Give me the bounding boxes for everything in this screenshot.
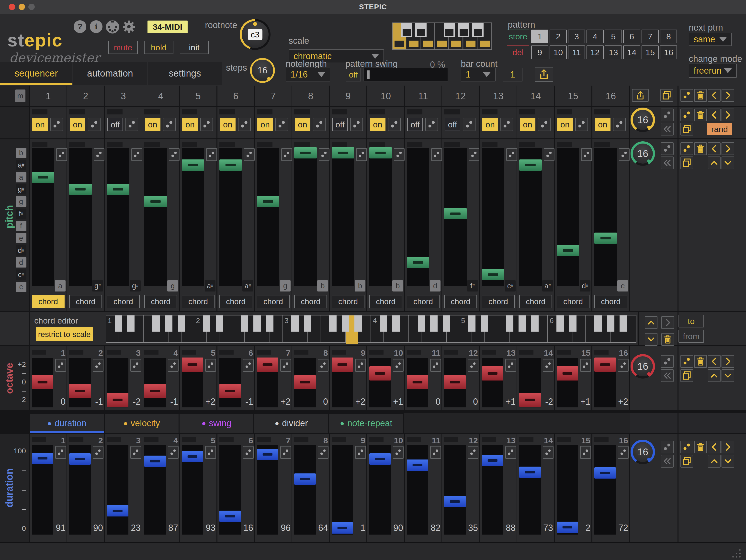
dice-icon[interactable] [469, 148, 479, 161]
black-key[interactable] [304, 316, 311, 332]
randomize-all-button[interactable] [681, 89, 693, 102]
pattern-cell-13[interactable]: 13 [605, 46, 622, 59]
pitch-ladder-gs[interactable]: g# [16, 184, 26, 195]
swing-toggle-button[interactable]: off [346, 68, 361, 82]
gate-shift-right-button[interactable] [721, 109, 734, 121]
duration-slider-track[interactable] [294, 445, 316, 535]
duration-slider-track[interactable] [594, 445, 616, 535]
chord-copy-from-button[interactable]: from [679, 330, 704, 343]
clear-all-button[interactable] [694, 89, 707, 102]
dice-icon[interactable] [206, 148, 217, 161]
duration-clear-button[interactable] [694, 441, 707, 453]
dice-icon[interactable] [356, 148, 367, 161]
black-key[interactable] [620, 316, 627, 332]
chord-button[interactable]: chord [407, 295, 439, 308]
dice-icon[interactable] [55, 446, 66, 459]
pitch-slider-track[interactable] [69, 148, 92, 286]
next-pattern-dropdown[interactable]: same [689, 33, 732, 46]
mute-button[interactable]: mute [108, 41, 138, 54]
pitch-slider-handle[interactable] [369, 147, 392, 158]
dice-icon[interactable] [500, 118, 513, 131]
pattern-cell-7[interactable]: 7 [641, 30, 659, 43]
octave-slider-handle[interactable] [144, 384, 166, 398]
swing-slider[interactable] [364, 68, 448, 82]
pitch-slider-track[interactable] [32, 148, 54, 286]
scale-note-toggle[interactable] [466, 40, 476, 47]
dice-icon[interactable] [430, 359, 441, 372]
black-key[interactable] [216, 316, 223, 332]
pitch-slider-handle[interactable] [107, 184, 130, 195]
pattern-cell-6[interactable]: 6 [623, 30, 640, 43]
pitch-slider-track[interactable] [482, 148, 504, 286]
duration-shift-right-button[interactable] [721, 441, 734, 453]
octave-slider-track[interactable] [69, 358, 91, 407]
pitch-ladder-b[interactable]: b [16, 148, 26, 158]
gate-on-button[interactable]: on [220, 118, 235, 131]
gate-shift-left-button[interactable] [708, 109, 721, 121]
black-key[interactable] [607, 316, 614, 332]
duration-shift-down-button[interactable] [721, 455, 734, 468]
dice-icon[interactable] [580, 446, 591, 459]
dice-icon[interactable] [131, 148, 142, 161]
black-key[interactable] [531, 316, 539, 332]
pitch-ladder-f[interactable]: f [16, 221, 26, 231]
dice-icon[interactable] [505, 359, 516, 372]
octave-slider-handle[interactable] [182, 357, 203, 372]
pitch-ladder-c[interactable]: c [16, 282, 26, 292]
duration-slider-handle[interactable] [257, 449, 278, 460]
dice-icon[interactable] [355, 359, 366, 372]
octave-shift-up-button[interactable] [708, 369, 721, 382]
gate-on-button[interactable]: on [520, 118, 536, 131]
gate-on-button[interactable]: on [32, 118, 48, 131]
gate-copy-button[interactable] [681, 123, 693, 136]
dice-icon[interactable] [468, 446, 479, 459]
pitch-shift-up-button[interactable] [708, 156, 721, 169]
octave-slider-handle[interactable] [482, 366, 504, 381]
dice-icon[interactable] [538, 118, 551, 131]
black-key[interactable] [430, 316, 437, 332]
duration-slider-handle[interactable] [594, 467, 616, 478]
octave-shift-right-button[interactable] [721, 355, 734, 368]
duration-slider-handle[interactable] [407, 460, 428, 471]
dice-icon[interactable] [543, 359, 553, 372]
pitch-copy-button[interactable] [681, 156, 693, 169]
scale-note-toggle[interactable] [480, 40, 490, 47]
tab-sequencer[interactable]: sequencer [0, 62, 73, 85]
dice-icon[interactable] [313, 118, 325, 131]
dice-icon[interactable] [243, 446, 254, 459]
scale-black-toggle[interactable] [474, 29, 482, 36]
dice-icon[interactable] [350, 118, 363, 131]
dice-icon[interactable] [243, 359, 254, 372]
pitch-slider-handle[interactable] [332, 147, 354, 158]
pitch-slider-handle[interactable] [144, 196, 167, 207]
notelength-dropdown[interactable]: 1/16 [286, 68, 330, 82]
duration-dice-icon[interactable] [661, 441, 673, 453]
gate-on-button[interactable]: on [145, 118, 161, 131]
gate-on-button[interactable]: on [595, 118, 610, 131]
octave-reset-button[interactable] [661, 369, 673, 382]
pitch-dice-icon[interactable] [661, 142, 673, 155]
pattern-cell-15[interactable]: 15 [641, 46, 659, 59]
gate-on-button[interactable]: on [370, 118, 385, 131]
export-pattern-button[interactable] [535, 67, 553, 82]
duration-shift-up-button[interactable] [708, 455, 721, 468]
octave-slider-handle[interactable] [407, 375, 428, 389]
pitch-ladder-a[interactable]: a [16, 172, 26, 182]
scale-note-toggle[interactable] [409, 40, 419, 47]
dice-icon[interactable] [281, 148, 292, 161]
dice-icon[interactable] [93, 359, 104, 372]
gate-reset-button[interactable] [661, 123, 673, 136]
octave-slider-handle[interactable] [444, 375, 466, 389]
dice-icon[interactable] [168, 359, 178, 372]
param-tab-note-repeat[interactable]: ●note-repeat [329, 414, 403, 433]
dice-icon[interactable] [205, 359, 216, 372]
gate-off-button[interactable]: off [407, 118, 423, 131]
black-key[interactable] [253, 316, 261, 332]
dice-icon[interactable] [280, 359, 291, 372]
dice-icon[interactable] [163, 118, 176, 131]
black-key[interactable] [152, 316, 160, 332]
dice-icon[interactable] [581, 148, 592, 161]
pitch-slider-handle[interactable] [519, 159, 542, 171]
gate-off-button[interactable]: off [107, 118, 123, 131]
black-key[interactable] [519, 316, 526, 332]
